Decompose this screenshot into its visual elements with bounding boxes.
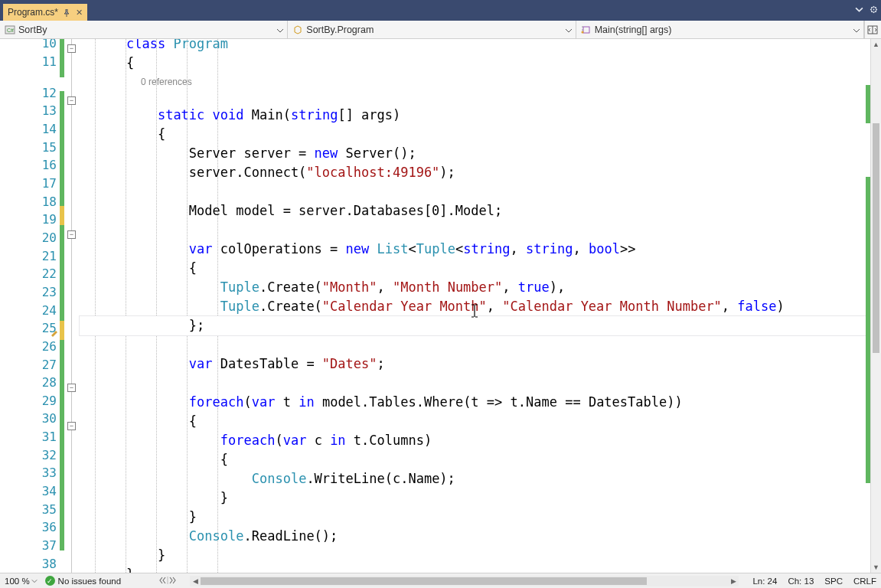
edit-marker-icon — [51, 326, 58, 334]
svg-text:C#: C# — [7, 28, 14, 33]
csharp-project-icon: C# — [5, 24, 15, 35]
code-line[interactable] — [80, 335, 881, 354]
outline-collapse-toggle[interactable]: − — [67, 422, 76, 430]
line-number: 16 — [0, 156, 60, 175]
scroll-down-icon[interactable]: ▼ — [871, 562, 881, 573]
line-ending[interactable]: CRLF — [853, 577, 876, 586]
line-number: 31 — [0, 428, 60, 446]
line-number: 20 — [0, 229, 60, 247]
tab-overflow-icon[interactable] — [855, 3, 863, 17]
codelens-references[interactable]: 0 references — [80, 73, 881, 87]
code-line[interactable] — [80, 87, 881, 106]
code-line[interactable]: } — [80, 488, 881, 508]
code-line[interactable]: foreach(var c in t.Columns) — [80, 431, 881, 450]
line-number: 26 — [0, 338, 60, 356]
line-number: 22 — [0, 265, 60, 283]
line-number: 28 — [0, 374, 60, 392]
issues-indicator[interactable]: ✓ No issues found — [45, 576, 121, 586]
code-line[interactable]: var DatesTable = "Dates"; — [80, 354, 881, 374]
line-number: 30 — [0, 410, 60, 428]
line-number: 17 — [0, 175, 60, 193]
code-line[interactable]: class Program — [80, 39, 881, 54]
scroll-left-icon[interactable]: ◀ — [190, 576, 201, 586]
file-tab[interactable]: Program.cs* ✕ — [3, 4, 87, 21]
check-icon: ✓ — [45, 576, 55, 586]
line-number: 14 — [0, 120, 60, 139]
code-line[interactable]: { — [80, 125, 881, 144]
code-line[interactable]: Server server = new Server(); — [80, 144, 881, 163]
line-number: 33 — [0, 464, 60, 482]
line-number: 29 — [0, 392, 60, 410]
outline-collapse-toggle[interactable]: − — [67, 44, 76, 53]
code-line[interactable]: { — [80, 259, 881, 278]
code-line[interactable]: { — [80, 54, 881, 73]
tab-strip: Program.cs* ✕ — [0, 0, 881, 21]
line-number: 36 — [0, 518, 60, 537]
line-number: 35 — [0, 500, 60, 518]
svg-point-5 — [581, 31, 583, 33]
col-value: 13 — [804, 577, 814, 586]
code-line[interactable]: Console.ReadLine(); — [80, 527, 881, 546]
text-caret-icon — [470, 304, 471, 323]
member-dropdown[interactable]: Main(string[] args) — [576, 21, 864, 38]
line-label: Ln: — [752, 577, 765, 586]
class-name: SortBy.Program — [306, 24, 374, 35]
line-number: 13 — [0, 102, 60, 120]
outline-collapse-toggle[interactable]: − — [67, 230, 76, 239]
code-line[interactable] — [80, 220, 881, 240]
scrollbar-thumb[interactable] — [201, 577, 647, 585]
scroll-up-icon[interactable]: ▲ — [871, 39, 881, 50]
code-editor[interactable]: 1011121314151617181920212223242526272829… — [0, 39, 881, 573]
svg-point-1 — [873, 9, 875, 11]
window-options-icon[interactable] — [870, 3, 878, 17]
code-line[interactable]: { — [80, 412, 881, 431]
scroll-right-icon[interactable]: ▶ — [728, 576, 739, 586]
zoom-value: 100 % — [5, 577, 30, 586]
code-line[interactable] — [80, 182, 881, 201]
code-line[interactable]: server.Connect("localhost:49196"); — [80, 163, 881, 182]
code-line[interactable]: Model model = server.Databases[0].Model; — [80, 201, 881, 220]
error-nav-icon[interactable] — [159, 576, 176, 586]
tab-filename: Program.cs* — [8, 7, 58, 18]
code-line[interactable]: static void Main(string[] args) — [80, 106, 881, 125]
line-number: 11 — [0, 53, 60, 71]
navigation-bar: C# SortBy SortBy.Program Main(string[] a… — [0, 21, 881, 39]
code-line[interactable]: } — [80, 546, 881, 565]
code-line[interactable]: var colOperations = new List<Tuple<strin… — [80, 240, 881, 259]
code-area[interactable]: class Program {0 references static void … — [80, 39, 881, 573]
outline-collapse-toggle[interactable]: − — [67, 384, 76, 392]
line-value: 24 — [768, 577, 778, 586]
status-bar: 100 % ✓ No issues found ◀ ▶ Ln: 24 Ch: 1… — [0, 573, 881, 588]
chevron-down-icon — [853, 26, 860, 34]
outline-strip: −−−−− — [64, 39, 80, 573]
member-name: Main(string[] args) — [595, 24, 672, 35]
close-tab-icon[interactable]: ✕ — [75, 8, 83, 16]
code-line[interactable]: { — [80, 450, 881, 469]
code-line[interactable] — [80, 374, 881, 393]
split-editor-button[interactable] — [864, 21, 881, 38]
line-number: 24 — [0, 301, 60, 319]
code-line[interactable]: Console.WriteLine(c.Name); — [80, 469, 881, 488]
code-line[interactable]: } — [80, 508, 881, 527]
code-line[interactable]: } — [80, 565, 881, 573]
project-name: SortBy — [18, 24, 47, 35]
horizontal-scrollbar[interactable]: ◀ ▶ — [190, 576, 739, 586]
pin-icon[interactable] — [63, 8, 70, 16]
outline-collapse-toggle[interactable]: − — [67, 96, 76, 105]
line-number: 37 — [0, 537, 60, 555]
line-number: 19 — [0, 211, 60, 229]
project-dropdown[interactable]: C# SortBy — [0, 21, 288, 38]
line-number: 32 — [0, 446, 60, 464]
code-line[interactable]: Tuple.Create("Calendar Year Month", "Cal… — [80, 297, 881, 316]
scrollbar-thumb[interactable] — [873, 123, 879, 353]
code-line[interactable]: Tuple.Create("Month", "Month Number", tr… — [80, 278, 881, 297]
code-line[interactable]: foreach(var t in model.Tables.Where(t =>… — [80, 393, 881, 412]
vertical-scrollbar[interactable]: ▲ ▼ — [870, 39, 881, 573]
class-dropdown[interactable]: SortBy.Program — [288, 21, 576, 38]
insert-mode[interactable]: SPC — [824, 577, 843, 586]
line-number-gutter: 1011121314151617181920212223242526272829… — [0, 39, 60, 573]
line-number: 27 — [0, 355, 60, 374]
code-line[interactable]: }; — [80, 316, 881, 335]
zoom-dropdown[interactable]: 100 % — [5, 577, 38, 586]
issues-text: No issues found — [58, 577, 121, 586]
